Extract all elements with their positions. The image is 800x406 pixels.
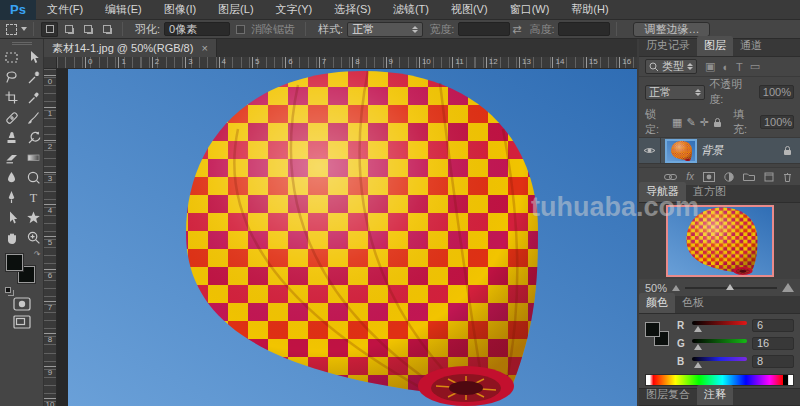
screen-mode-button[interactable] xyxy=(13,315,31,329)
document-tab[interactable]: 素材14-1.jpg @ 50%(RGB/8) × xyxy=(44,39,217,57)
new-group-icon[interactable] xyxy=(743,172,755,181)
new-layer-icon[interactable] xyxy=(764,172,774,182)
delete-layer-icon[interactable] xyxy=(783,172,792,182)
tab-navigator[interactable]: 导航器 xyxy=(639,182,686,202)
background-layer-row[interactable]: 背景 xyxy=(639,138,800,164)
dodge-tool[interactable] xyxy=(22,167,44,187)
zoom-slider-thumb[interactable] xyxy=(726,284,734,290)
tool-preset-icon[interactable] xyxy=(6,24,17,35)
tab-swatches[interactable]: 色板 xyxy=(675,293,711,313)
selection-intersect-button[interactable] xyxy=(98,22,115,37)
zoom-slider[interactable] xyxy=(685,287,777,289)
antialias-checkbox[interactable] xyxy=(236,25,245,34)
clone-stamp-tool[interactable] xyxy=(0,127,22,147)
brush-tool[interactable] xyxy=(22,107,44,127)
zoom-percentage[interactable]: 50% xyxy=(645,282,667,294)
refine-edge-button[interactable]: 调整边缘… xyxy=(633,22,710,37)
rectangular-marquee-tool[interactable] xyxy=(0,47,22,67)
link-layers-icon[interactable] xyxy=(664,173,677,181)
blur-tool[interactable] xyxy=(0,167,22,187)
tab-color[interactable]: 颜色 xyxy=(639,293,675,313)
channel-slider[interactable] xyxy=(692,319,747,331)
style-select[interactable]: 正常 xyxy=(347,22,423,37)
quick-mask-button[interactable] xyxy=(13,297,31,311)
layer-filter-select[interactable]: 类型 xyxy=(645,59,697,74)
menu-item[interactable]: 编辑(E) xyxy=(94,0,153,19)
zoom-out-mountain-icon[interactable] xyxy=(672,285,680,291)
swap-colors-icon[interactable]: ↷ xyxy=(34,250,41,259)
adjustment-layer-icon[interactable] xyxy=(724,172,734,182)
canvas-image[interactable] xyxy=(68,69,637,406)
layer-thumbnail[interactable] xyxy=(667,141,695,161)
channel-value[interactable]: 8 xyxy=(752,355,794,368)
swap-dimensions-icon[interactable]: ⇄ xyxy=(512,23,521,36)
blend-mode-select[interactable]: 正常 xyxy=(645,85,705,100)
filter-pixel-icon[interactable]: ▣ xyxy=(705,60,715,73)
opacity-value[interactable]: 100% xyxy=(759,85,794,99)
feather-input[interactable] xyxy=(164,22,230,36)
ps-logo[interactable]: Ps xyxy=(0,0,36,20)
channel-value[interactable]: 6 xyxy=(752,319,794,332)
zoom-tool[interactable] xyxy=(22,227,44,247)
selection-add-button[interactable] xyxy=(60,22,77,37)
path-selection-tool[interactable] xyxy=(0,207,22,227)
tab-layer-comps[interactable]: 图层复合 xyxy=(639,385,697,405)
layer-mask-icon[interactable] xyxy=(703,172,715,182)
channel-slider[interactable] xyxy=(692,355,747,367)
type-tool[interactable]: T xyxy=(22,187,44,207)
toolbar-grip[interactable] xyxy=(12,42,32,45)
lock-move-icon[interactable]: ✛ xyxy=(700,116,709,129)
menu-item[interactable]: 文字(Y) xyxy=(265,0,324,19)
filter-type-icon[interactable]: T xyxy=(736,61,743,73)
tool-preset-caret-icon[interactable] xyxy=(21,27,27,31)
lock-paint-icon[interactable]: ✎ xyxy=(686,116,695,129)
magic-wand-tool[interactable] xyxy=(22,67,44,87)
menu-item[interactable]: 帮助(H) xyxy=(560,0,619,19)
tab-notes[interactable]: 注释 xyxy=(697,385,733,405)
menu-item[interactable]: 滤镜(T) xyxy=(382,0,440,19)
layer-style-icon[interactable]: fx xyxy=(686,171,694,182)
menu-item[interactable]: 视图(V) xyxy=(440,0,499,19)
channel-slider-thumb[interactable] xyxy=(694,344,702,350)
gradient-tool[interactable] xyxy=(22,147,44,167)
history-brush-tool[interactable] xyxy=(22,127,44,147)
fill-value[interactable]: 100% xyxy=(760,115,794,129)
default-colors-icon[interactable] xyxy=(5,287,11,293)
filter-adjustment-icon[interactable]: ◐ xyxy=(722,61,729,73)
tab-history[interactable]: 历史记录 xyxy=(639,36,697,56)
selection-new-button[interactable] xyxy=(41,22,58,37)
pen-tool[interactable] xyxy=(0,187,22,207)
height-input[interactable] xyxy=(558,22,610,36)
lock-all-icon[interactable] xyxy=(713,117,722,128)
navigator-view-box[interactable] xyxy=(668,207,772,275)
healing-brush-tool[interactable] xyxy=(0,107,22,127)
lock-transparent-icon[interactable]: ▦ xyxy=(672,116,682,129)
tab-layers[interactable]: 图层 xyxy=(697,36,733,56)
eyedropper-tool[interactable] xyxy=(22,87,44,107)
foreground-color-swatch[interactable] xyxy=(645,322,660,337)
close-tab-icon[interactable]: × xyxy=(201,42,207,54)
menu-item[interactable]: 窗口(W) xyxy=(499,0,561,19)
hand-tool[interactable] xyxy=(0,227,22,247)
channel-slider-thumb[interactable] xyxy=(694,362,702,368)
vertical-ruler[interactable]: 012345678910 xyxy=(44,69,57,406)
shape-tool[interactable] xyxy=(22,207,44,227)
eraser-tool[interactable] xyxy=(0,147,22,167)
menu-item[interactable]: 图层(L) xyxy=(207,0,264,19)
lasso-tool[interactable] xyxy=(0,67,22,87)
channel-slider[interactable] xyxy=(692,337,747,349)
ruler-corner[interactable] xyxy=(44,57,57,69)
width-input[interactable] xyxy=(458,22,510,36)
tab-histogram[interactable]: 直方图 xyxy=(686,182,733,202)
menu-item[interactable]: 文件(F) xyxy=(36,0,94,19)
move-tool[interactable] xyxy=(22,47,44,67)
layer-name[interactable]: 背景 xyxy=(701,143,783,158)
zoom-in-mountain-icon[interactable] xyxy=(782,283,794,292)
foreground-color-swatch[interactable] xyxy=(6,254,23,271)
channel-value[interactable]: 16 xyxy=(752,337,794,350)
crop-tool[interactable] xyxy=(0,87,22,107)
tab-channels[interactable]: 通道 xyxy=(733,36,769,56)
channel-slider-thumb[interactable] xyxy=(694,326,702,332)
horizontal-ruler[interactable]: 012345678910111213141516 xyxy=(57,57,637,69)
layer-visibility-toggle[interactable] xyxy=(639,138,661,164)
